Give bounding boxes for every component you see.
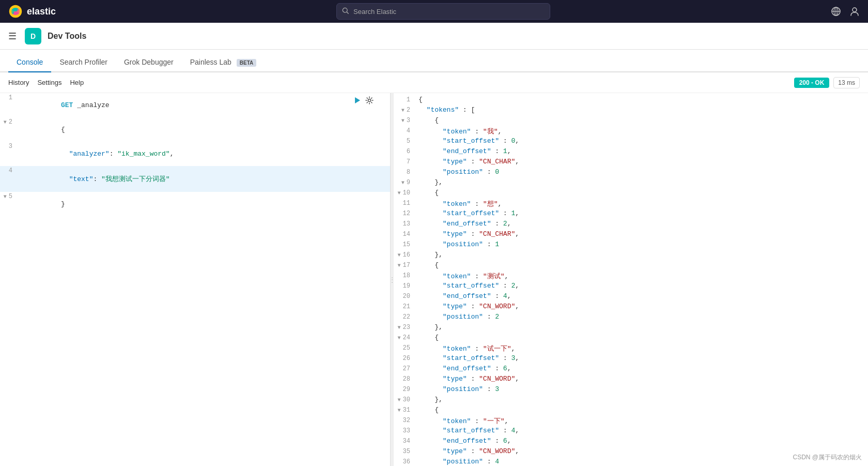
r-num-30: ▼30 [394, 396, 416, 403]
r-line-29: 29 "position" : 3 [394, 385, 868, 395]
tab-search-profiler[interactable]: Search Profiler [51, 53, 116, 72]
fold-r-30[interactable]: ▼ [398, 397, 401, 403]
editor-line-1: 1 GET _analyze [0, 93, 390, 117]
r-line-14: 14 "type" : "CN_CHAR", [394, 230, 868, 240]
fold-r-23[interactable]: ▼ [398, 325, 401, 330]
r-content-3: { [416, 116, 868, 124]
response-pane: 1 { ▼2 "tokens" : [ ▼3 { 4 "token" : "我"… [394, 93, 868, 466]
request-editor-pane[interactable]: 1 GET _analyze ▼ 2 { 3 [0, 93, 391, 466]
fold-btn-5[interactable]: ▼ [4, 194, 7, 200]
r-line-12: 12 "start_offset" : 1, [394, 209, 868, 219]
run-button[interactable] [353, 96, 361, 107]
r-line-15: 15 "position" : 1 [394, 240, 868, 250]
svg-point-4 [17, 9, 20, 14]
fold-r-10[interactable]: ▼ [398, 190, 401, 196]
fold-r-31[interactable]: ▼ [398, 408, 401, 413]
time-badge: 13 ms [833, 77, 860, 88]
status-badge: 200 - OK [794, 78, 830, 88]
r-content-19: "start_offset" : 2, [416, 282, 868, 290]
r-num-5: 5 [394, 137, 416, 145]
settings-icon[interactable] [365, 96, 374, 107]
r-content-2: "tokens" : [ [416, 106, 868, 114]
r-num-9: ▼9 [394, 178, 416, 186]
r-content-4: "token" : "我", [416, 127, 868, 136]
r-content-9: }, [416, 178, 868, 186]
toolbar-right: 200 - OK 13 ms [794, 77, 860, 88]
r-line-23: ▼23 }, [394, 323, 868, 333]
tab-painless-lab[interactable]: Painless Lab BETA [182, 53, 265, 72]
r-line-22: 22 "position" : 2 [394, 312, 868, 323]
r-num-11: 11 [394, 199, 416, 207]
elastic-brand-text: elastic [27, 6, 56, 17]
hamburger-menu[interactable]: ☰ [8, 31, 17, 42]
r-num-1: 1 [394, 96, 416, 103]
r-num-8: 8 [394, 168, 416, 176]
help-button[interactable]: Help [70, 79, 84, 86]
r-num-23: ▼23 [394, 323, 416, 331]
r-content-14: "type" : "CN_CHAR", [416, 230, 868, 238]
tab-console[interactable]: Console [8, 53, 51, 72]
r-num-7: 7 [394, 158, 416, 166]
editor-line-3-content: "analyzer": "ik_max_word", [19, 142, 390, 166]
svg-point-3 [11, 9, 14, 14]
fold-r-17[interactable]: ▼ [398, 263, 401, 268]
r-num-15: 15 [394, 240, 416, 248]
r-num-22: 22 [394, 313, 416, 321]
help-globe-icon[interactable] [831, 6, 841, 17]
r-content-30: }, [416, 396, 868, 403]
line-num-2: ▼ 2 [0, 118, 19, 126]
r-line-28: 28 "type" : "CN_WORD", [394, 374, 868, 385]
r-content-6: "end_offset" : 1, [416, 147, 868, 155]
r-content-1: { [416, 96, 868, 103]
fold-r-16[interactable]: ▼ [398, 252, 401, 258]
r-line-10: ▼10 { [394, 188, 868, 199]
r-line-17: ▼17 { [394, 261, 868, 271]
search-bar[interactable]: Search Elastic [336, 3, 550, 20]
r-num-24: ▼24 [394, 334, 416, 341]
r-content-21: "type" : "CN_WORD", [416, 303, 868, 310]
fold-r-9[interactable]: ▼ [401, 180, 405, 186]
r-num-20: 20 [394, 292, 416, 300]
user-icon[interactable] [849, 6, 860, 17]
r-num-35: 35 [394, 447, 416, 455]
r-line-24: ▼24 { [394, 333, 868, 343]
r-line-25: 25 "token" : "试一下", [394, 343, 868, 354]
r-line-34: 34 "end_offset" : 6, [394, 437, 868, 447]
elastic-logo[interactable]: elastic [8, 4, 56, 19]
fold-r-24[interactable]: ▼ [398, 335, 401, 341]
fold-btn-2[interactable]: ▼ [4, 119, 7, 125]
r-content-16: }, [416, 251, 868, 259]
r-content-15: "position" : 1 [416, 240, 868, 248]
r-num-33: 33 [394, 427, 416, 434]
line-num-3: 3 [0, 142, 19, 150]
beta-badge: BETA [237, 59, 256, 67]
app-title: Dev Tools [48, 32, 86, 41]
r-content-13: "end_offset" : 2, [416, 220, 868, 228]
settings-button[interactable]: Settings [37, 79, 61, 86]
tab-grok-debugger[interactable]: Grok Debugger [116, 53, 182, 72]
r-content-22: "position" : 2 [416, 313, 868, 321]
r-line-8: 8 "position" : 0 [394, 168, 868, 178]
r-num-21: 21 [394, 303, 416, 310]
r-num-34: 34 [394, 437, 416, 445]
line-num-4: 4 [0, 167, 19, 174]
r-line-18: 18 "token" : "测试", [394, 271, 868, 281]
app-icon: D [25, 28, 41, 44]
fold-r-3[interactable]: ▼ [401, 118, 405, 124]
r-num-29: 29 [394, 385, 416, 393]
r-content-29: "position" : 3 [416, 385, 868, 393]
history-button[interactable]: History [8, 79, 29, 86]
fold-r-2[interactable]: ▼ [401, 108, 405, 113]
r-line-7: 7 "type" : "CN_CHAR", [394, 157, 868, 168]
editor-line-4: 4 "text": "我想测试一下分词器" [0, 166, 390, 192]
r-line-26: 26 "start_offset" : 3, [394, 354, 868, 364]
r-line-9: ▼9 }, [394, 178, 868, 188]
r-num-3: ▼3 [394, 116, 416, 124]
editor-line-3: 3 "analyzer": "ik_max_word", [0, 142, 390, 166]
r-num-26: 26 [394, 354, 416, 362]
request-editor[interactable]: 1 GET _analyze ▼ 2 { 3 [0, 93, 390, 466]
line-num-1: 1 [0, 94, 19, 101]
r-content-28: "type" : "CN_WORD", [416, 375, 868, 383]
editor-container: 1 GET _analyze ▼ 2 { 3 [0, 93, 868, 466]
svg-point-11 [853, 8, 857, 12]
